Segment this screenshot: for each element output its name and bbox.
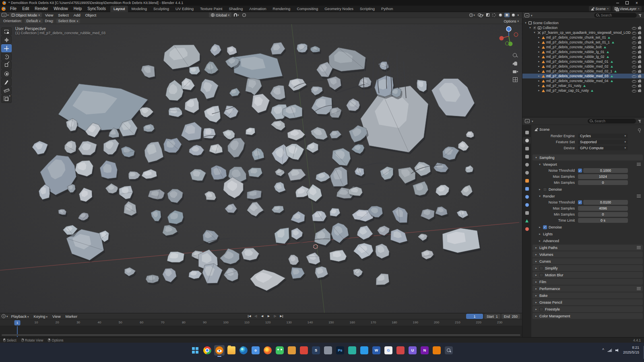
jump-to-end-button[interactable]: ▶ [279, 314, 285, 319]
preset-menu-icon[interactable] [637, 163, 641, 166]
field-device[interactable]: GPU Compute▾ [578, 146, 628, 151]
orthographic-toggle-icon[interactable] [512, 76, 518, 83]
properties-tab-render[interactable] [523, 137, 531, 144]
menu-edit[interactable]: Edit [19, 6, 32, 12]
timeline-tracks[interactable] [0, 326, 522, 337]
properties-tab-scene[interactable] [523, 161, 531, 168]
checkbox-denoise[interactable]: ✓ [543, 225, 547, 229]
hide-in-viewport-icon[interactable] [632, 79, 636, 83]
section-performance[interactable]: ▸Performance [533, 286, 643, 292]
properties-search-input[interactable] [594, 119, 628, 123]
tab-python[interactable]: Python [378, 6, 396, 12]
field-feature-set[interactable]: Supported▾ [578, 140, 628, 145]
menu-file[interactable]: File [7, 6, 19, 12]
preset-menu-icon[interactable] [637, 287, 641, 290]
properties-tab-tool[interactable] [523, 129, 531, 136]
section-bake[interactable]: ▸Bake [533, 292, 643, 298]
outliner-object[interactable]: ▸mtl_p7_rebar_cap_01_rusty [522, 88, 644, 93]
outliner-object[interactable]: ▸mtl_p7_debris_concrete_rubble_lg_01 [522, 49, 644, 54]
timeline-menu-playback[interactable]: Playback ▾ [9, 314, 31, 319]
current-frame-field[interactable]: 1 [466, 314, 483, 319]
section-render[interactable]: ▾Render [536, 193, 643, 199]
properties-tab-modifiers[interactable] [523, 185, 531, 192]
tab-compositing[interactable]: Compositing [293, 6, 321, 12]
hide-in-viewport-icon[interactable] [632, 89, 636, 93]
expand-icon[interactable]: ▸ [537, 70, 541, 73]
collapse-icon[interactable]: ▾ [528, 26, 532, 29]
field-max-samples[interactable]: 4096 [578, 206, 628, 211]
disable-in-render-icon[interactable] [638, 50, 642, 54]
outliner-search[interactable] [594, 13, 637, 18]
expand-icon[interactable]: ▸ [537, 41, 541, 44]
taskbar-icon-uplay[interactable]: U [407, 345, 418, 356]
hide-in-viewport-icon[interactable] [632, 36, 636, 39]
expand-icon[interactable]: ▸ [537, 79, 541, 82]
outliner-object[interactable]: ▸mtl_p7_rebar_01_rusty [522, 83, 644, 88]
taskbar-icon-app-gray[interactable] [323, 345, 333, 356]
section-volumes[interactable]: ▸Volumes [533, 251, 643, 257]
checkbox-noise-threshold[interactable]: ✓ [578, 200, 582, 204]
properties-tab-physics[interactable] [523, 202, 531, 208]
collection-checkbox[interactable]: ✓ [533, 26, 537, 30]
editor-type-icon[interactable] [2, 13, 6, 17]
section-color-management[interactable]: ▸Color Management [533, 313, 643, 319]
expand-icon[interactable]: ▸ [537, 84, 541, 87]
viewport-menu-select[interactable]: Select [56, 13, 71, 17]
tab-animation[interactable]: Animation [246, 6, 269, 12]
taskbar-icon-search[interactable] [444, 345, 454, 356]
properties-tab-view-layer[interactable] [523, 153, 531, 160]
hide-in-viewport-icon[interactable] [632, 65, 636, 68]
preset-menu-icon[interactable] [637, 246, 641, 249]
tool-annotate[interactable] [1, 78, 12, 86]
xray-toggle[interactable] [485, 12, 490, 18]
section-film[interactable]: ▸Film [533, 279, 643, 285]
checkbox-freestyle[interactable] [539, 307, 543, 311]
hide-in-viewport-icon[interactable] [632, 50, 636, 54]
timeline-scrollbar[interactable] [2, 334, 520, 336]
tool-add-cube[interactable] [1, 95, 12, 103]
tab-texture-paint[interactable]: Texture Paint [197, 6, 225, 12]
taskbar-icon-explorer[interactable] [226, 345, 237, 356]
outliner-object[interactable]: ▸mtl_p7_debris_concrete_rubble_bolt [522, 45, 644, 49]
field-min-samples[interactable]: 0 [578, 212, 628, 217]
unlink-scene-icon[interactable]: × [607, 7, 609, 10]
disable-in-render-icon[interactable] [638, 84, 642, 88]
scene-selector[interactable]: Scene × [589, 6, 611, 11]
field-noise-threshold[interactable]: 0.1000 [583, 168, 628, 173]
expand-icon[interactable]: ▸ [537, 60, 541, 63]
blender-menu-button[interactable] [0, 6, 7, 12]
viewport-menu-view[interactable]: View [43, 13, 56, 17]
mode-selector[interactable]: Object Mode ▾ [10, 12, 42, 17]
viewport-menu-object[interactable]: Object [83, 13, 99, 17]
hide-in-viewport-icon[interactable] [632, 31, 636, 35]
viewport-menu-add[interactable]: Add [71, 13, 83, 17]
hide-in-viewport-icon[interactable] [632, 84, 636, 88]
filter-icon[interactable] [638, 119, 642, 123]
section-advanced[interactable]: ▸Advanced [536, 238, 643, 244]
tab-shading[interactable]: Shading [225, 6, 246, 12]
shading-solid-button[interactable] [498, 13, 503, 17]
expand-icon[interactable]: ▸ [537, 45, 541, 49]
pan-hand-icon[interactable] [512, 60, 518, 67]
hide-in-viewport-icon[interactable] [632, 55, 636, 59]
hide-in-viewport-icon[interactable] [632, 41, 636, 44]
shading-rendered-button[interactable] [511, 13, 516, 17]
hide-in-viewport-icon[interactable] [632, 74, 636, 78]
network-icon[interactable] [608, 349, 612, 352]
tool-cursor[interactable] [1, 36, 12, 44]
disable-in-render-icon[interactable] [638, 26, 642, 30]
menu-render[interactable]: Render [32, 6, 51, 12]
frame-start-field[interactable]: Start 1 [484, 314, 500, 319]
taskbar-icon-word[interactable]: W [371, 345, 382, 356]
checkbox-simplify[interactable] [539, 266, 543, 270]
taskbar-icon-start[interactable] [190, 345, 200, 356]
collapse-icon[interactable]: ▾ [524, 21, 527, 25]
properties-tab-world[interactable] [523, 169, 531, 176]
checkbox-noise-threshold[interactable]: ✓ [578, 169, 582, 173]
options-button[interactable]: Options ▾ [504, 18, 519, 24]
tray-expand-icon[interactable]: ^ [602, 348, 604, 352]
taskbar-icon-chrome[interactable] [202, 345, 213, 356]
field-min-samples[interactable]: 0 [578, 180, 628, 185]
tab-modeling[interactable]: Modeling [128, 6, 150, 12]
checkbox-motion-blur[interactable] [539, 273, 543, 277]
